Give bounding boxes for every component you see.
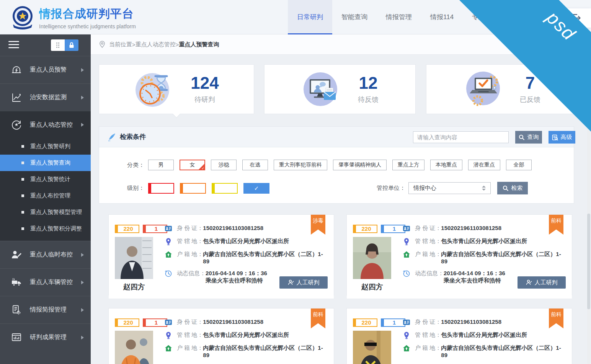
grip-icon[interactable] bbox=[51, 39, 65, 51]
category-mental-illness[interactable]: 肇事肇祸精神病人 bbox=[333, 160, 387, 170]
document-gear-icon bbox=[11, 304, 22, 316]
bar-chart-window-icon bbox=[11, 332, 22, 343]
selected-card-notch bbox=[172, 110, 180, 118]
sidebar-item-temp-control[interactable]: 重点人临时布控 bbox=[0, 241, 91, 268]
sidebar-item-label: 情报简报管理 bbox=[30, 306, 81, 314]
category-fugitive[interactable]: 在逃 bbox=[242, 160, 268, 170]
score-badge: 220 bbox=[115, 318, 139, 327]
breadcrumb-parent[interactable]: 重点人动态管控 bbox=[136, 41, 176, 48]
sidebar-item-label: 重点人动态管控 bbox=[30, 121, 81, 129]
sidebar-subitem-label: 重点人预警研判 bbox=[30, 143, 70, 150]
sidebar-subitem-model-management[interactable]: 重点人预警模型管理 bbox=[0, 204, 91, 220]
person-card: 220 1 身 份 证： 1502021961103081258 bbox=[346, 308, 572, 364]
category-potential-key[interactable]: 潜在重点 bbox=[468, 160, 500, 170]
sidebar-item-brief-management[interactable]: 情报简报管理 bbox=[0, 296, 91, 323]
bullet-icon bbox=[21, 211, 24, 214]
category-male[interactable]: 男 bbox=[148, 160, 174, 170]
sidebar-item-key-person-warning[interactable]: 重点人员预警 bbox=[0, 56, 91, 83]
chevron-right-icon bbox=[81, 68, 84, 72]
stat-label: 已反馈 bbox=[520, 95, 540, 104]
monitor-mail-icon bbox=[301, 70, 340, 108]
alert-count-badge: 1 bbox=[381, 318, 405, 327]
stat-card-pending-feedback[interactable]: 12 待反馈 bbox=[264, 64, 416, 114]
category-major-crime[interactable]: 重大刑事犯罪前科 bbox=[274, 160, 327, 170]
level-blue-selected[interactable]: ✓ bbox=[243, 183, 269, 194]
tab-daily-judgment[interactable]: 日常研判 bbox=[288, 0, 332, 34]
police-badge-logo bbox=[10, 5, 35, 30]
category-filter-row: 分类： 男 女 ✓ 涉稳 在逃 重大刑事犯罪前科 肇事肇祸精神病人 重点上方 本… bbox=[99, 160, 574, 170]
category-stability[interactable]: 涉稳 bbox=[211, 160, 237, 170]
level-filter-row: 级别： ✓ 管控单位： 情报中心 检索 bbox=[99, 182, 574, 194]
manual-judgment-button[interactable]: 人工研判 bbox=[518, 276, 566, 289]
category-female[interactable]: 女 ✓ bbox=[180, 160, 205, 170]
sidebar-item-vehicle-control[interactable]: 重点人车辆管控 bbox=[0, 268, 91, 296]
map-pin-icon bbox=[403, 331, 410, 339]
sidebar-subitem-score-adjust[interactable]: 重点人预警积分调整 bbox=[0, 220, 91, 237]
lock-icon[interactable] bbox=[65, 39, 78, 51]
sidebar-subitem-warning-query[interactable]: 重点人预警查询 bbox=[0, 155, 91, 171]
sidebar-subitem-label: 重点人预警积分调整 bbox=[30, 225, 82, 232]
tab-smart-query[interactable]: 智能查询 bbox=[332, 0, 377, 34]
sidebar-item-results-management[interactable]: 研判成果管理 bbox=[0, 323, 91, 351]
alert-count-badge: 1 bbox=[381, 225, 405, 233]
tab-intel-114[interactable]: 情报114 bbox=[421, 0, 463, 34]
chevron-right-icon bbox=[81, 123, 84, 127]
person-check-icon bbox=[288, 279, 294, 286]
line-chart-icon bbox=[11, 92, 22, 103]
quill-icon bbox=[108, 133, 116, 141]
manual-judgment-button[interactable]: 人工研判 bbox=[279, 276, 328, 289]
stat-value: 12 bbox=[358, 74, 379, 92]
stat-card-pending-judgment[interactable]: 124 待研判 bbox=[99, 64, 254, 114]
tab-intel-management[interactable]: 情报管理 bbox=[377, 0, 421, 34]
alert-count-badge: 1 bbox=[143, 318, 167, 327]
person-name: 赵四方 bbox=[353, 282, 391, 292]
sidebar-subitem-control-management[interactable]: 重点人布控管理 bbox=[0, 188, 91, 204]
sidebar-item-label: 治安数据监测 bbox=[30, 93, 81, 101]
app-window: 情报合成研判平台 Intelligence synthetic judgment… bbox=[0, 0, 591, 364]
breadcrumb-separator: > bbox=[132, 41, 136, 48]
bullet-icon bbox=[21, 227, 24, 230]
sidebar-item-label: 研判成果管理 bbox=[30, 333, 81, 341]
app-title: 情报合成研判平台 bbox=[39, 6, 136, 22]
sidebar-item-label: 重点人车辆管控 bbox=[30, 278, 81, 286]
map-pin-icon bbox=[165, 331, 172, 339]
sidebar-subitem-label: 重点人预警模型管理 bbox=[30, 209, 82, 216]
zigzag-edge bbox=[109, 295, 334, 299]
clock-icon bbox=[403, 270, 410, 277]
level-yellow[interactable] bbox=[212, 183, 238, 194]
sidebar-subitem-warning-stats[interactable]: 重点人预警统计 bbox=[0, 171, 91, 188]
sidebar-lock-toggle[interactable] bbox=[51, 39, 78, 51]
category-all[interactable]: 全部 bbox=[506, 160, 532, 170]
clock-icon bbox=[165, 270, 172, 277]
category-local-key[interactable]: 本地重点 bbox=[430, 160, 462, 170]
sidebar-item-dynamic-control[interactable]: 重点人动态管控 bbox=[0, 111, 91, 138]
category-key-upper[interactable]: 重点上方 bbox=[392, 160, 424, 170]
query-button[interactable]: 查询 bbox=[515, 131, 542, 144]
sort-arrows-icon bbox=[482, 186, 486, 191]
sidebar-item-security-data-monitor[interactable]: 治安数据监测 bbox=[0, 83, 91, 111]
advanced-button[interactable]: 高级 bbox=[549, 131, 575, 144]
person-check-icon bbox=[526, 279, 532, 286]
stat-value: 124 bbox=[191, 74, 219, 92]
unit-label: 管控单位： bbox=[377, 184, 405, 192]
breadcrumb-separator: > bbox=[176, 41, 179, 48]
id-card-icon bbox=[165, 318, 172, 326]
search-conditions-panel: 检索条件 查询 高级 分类： 男 女 bbox=[99, 126, 574, 204]
level-red[interactable] bbox=[148, 183, 174, 194]
panel-header: 检索条件 查询 高级 bbox=[99, 127, 574, 147]
map-pin-icon bbox=[403, 238, 410, 245]
query-input[interactable] bbox=[413, 131, 509, 143]
bullet-icon bbox=[21, 162, 24, 164]
category-label: 分类： bbox=[99, 162, 144, 169]
scrollbar-thumb[interactable] bbox=[587, 214, 590, 309]
bullet-icon bbox=[21, 194, 24, 197]
sidebar-subitem-warning-judgment[interactable]: 重点人预警研判 bbox=[0, 138, 91, 155]
menu-icon[interactable] bbox=[8, 41, 19, 48]
unit-dropdown[interactable]: 情报中心 bbox=[408, 182, 491, 194]
stat-label: 待研判 bbox=[191, 95, 219, 104]
alert-count-badge: 1 bbox=[143, 225, 167, 233]
search-button[interactable]: 检索 bbox=[497, 182, 528, 194]
map-pin-icon bbox=[165, 238, 172, 245]
level-orange[interactable] bbox=[180, 183, 206, 194]
sidebar-group-dynamic-control: 重点人动态管控 重点人预警研判 重点人预警查询 重点人预警统计 重点人布控管理 bbox=[0, 111, 91, 241]
